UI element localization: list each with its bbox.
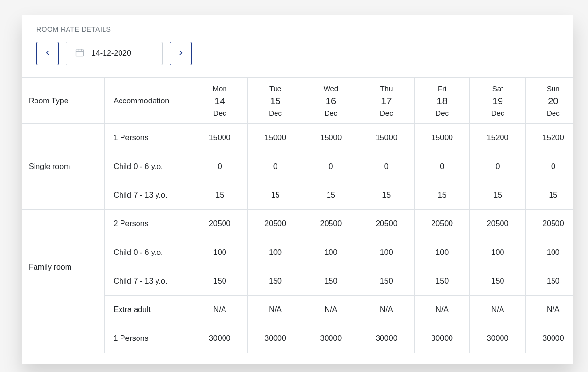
table-row: Child 7 - 13 y.o.15151515151515 bbox=[22, 181, 573, 210]
rate-cell[interactable]: N/A bbox=[247, 296, 303, 324]
rate-cell[interactable]: 15 bbox=[359, 181, 414, 210]
rate-cell[interactable]: 15 bbox=[192, 181, 247, 210]
col-day-0: Mon 14 Dec bbox=[192, 78, 247, 124]
accommodation-cell: Child 7 - 13 y.o. bbox=[104, 267, 192, 296]
table-row: Child 7 - 13 y.o.150150150150150150150 bbox=[22, 267, 573, 296]
rate-cell[interactable]: 20500 bbox=[470, 210, 525, 238]
rate-cell[interactable]: 15 bbox=[525, 181, 573, 210]
date-value: 14-12-2020 bbox=[91, 49, 131, 58]
accommodation-cell: Child 0 - 6 y.o. bbox=[104, 152, 192, 181]
rate-cell[interactable]: 100 bbox=[192, 238, 247, 267]
accommodation-cell: Extra adult bbox=[104, 296, 192, 324]
rate-cell[interactable]: 150 bbox=[247, 267, 303, 296]
rate-cell[interactable]: 100 bbox=[359, 238, 414, 267]
accommodation-cell: 1 Persons bbox=[104, 324, 192, 353]
rate-cell[interactable]: 150 bbox=[525, 267, 573, 296]
rate-cell[interactable]: N/A bbox=[303, 296, 359, 324]
card-title: ROOM RATE DETAILS bbox=[22, 25, 573, 42]
rate-cell[interactable]: 30000 bbox=[192, 324, 247, 353]
col-day-5: Sat 19 Dec bbox=[470, 78, 525, 124]
rate-cell[interactable]: 15200 bbox=[470, 124, 525, 152]
rate-cell[interactable]: 0 bbox=[525, 152, 573, 181]
rate-cell[interactable]: 0 bbox=[192, 152, 247, 181]
rate-cell[interactable]: 100 bbox=[303, 238, 359, 267]
rate-cell[interactable]: 0 bbox=[470, 152, 525, 181]
rate-cell[interactable]: 150 bbox=[192, 267, 247, 296]
table-row: Extra adultN/AN/AN/AN/AN/AN/AN/A bbox=[22, 296, 573, 324]
rate-cell[interactable]: N/A bbox=[359, 296, 414, 324]
rate-cell[interactable]: 15 bbox=[470, 181, 525, 210]
rate-cell[interactable]: 100 bbox=[415, 238, 470, 267]
accommodation-cell: 2 Persons bbox=[104, 210, 192, 238]
rate-cell[interactable]: 30000 bbox=[247, 324, 303, 353]
rate-cell[interactable]: 150 bbox=[470, 267, 525, 296]
rate-table-wrap: Room Type Accommodation Mon 14 Dec Tue 1… bbox=[22, 77, 573, 353]
svg-rect-0 bbox=[76, 50, 84, 56]
header-row: Room Type Accommodation Mon 14 Dec Tue 1… bbox=[22, 78, 573, 124]
room-type-cell bbox=[22, 324, 104, 353]
rate-cell[interactable]: 20500 bbox=[359, 210, 414, 238]
col-day-4: Fri 18 Dec bbox=[415, 78, 470, 124]
rate-cell[interactable]: 100 bbox=[247, 238, 303, 267]
rate-cell[interactable]: 30000 bbox=[359, 324, 414, 353]
rate-cell[interactable]: 15000 bbox=[192, 124, 247, 152]
table-row: Child 0 - 6 y.o.100100100100100100100 bbox=[22, 238, 573, 267]
col-day-6: Sun 20 Dec bbox=[525, 78, 573, 124]
rate-cell[interactable]: 150 bbox=[415, 267, 470, 296]
table-row: 1 Persons3000030000300003000030000300003… bbox=[22, 324, 573, 353]
date-navigation: 14-12-2020 bbox=[22, 42, 573, 65]
next-day-button[interactable] bbox=[170, 42, 192, 65]
rate-cell[interactable]: 30000 bbox=[415, 324, 470, 353]
col-room-type: Room Type bbox=[22, 78, 104, 124]
rate-cell[interactable]: 15 bbox=[247, 181, 303, 210]
table-row: Family room2 Persons20500205002050020500… bbox=[22, 210, 573, 238]
col-day-2: Wed 16 Dec bbox=[303, 78, 359, 124]
rate-cell[interactable]: 15000 bbox=[303, 124, 359, 152]
rate-cell[interactable]: 20500 bbox=[415, 210, 470, 238]
accommodation-cell: 1 Persons bbox=[104, 124, 192, 152]
rate-cell[interactable]: N/A bbox=[415, 296, 470, 324]
rate-cell[interactable]: 0 bbox=[247, 152, 303, 181]
rate-cell[interactable]: 20500 bbox=[192, 210, 247, 238]
accommodation-cell: Child 0 - 6 y.o. bbox=[104, 238, 192, 267]
col-day-1: Tue 15 Dec bbox=[247, 78, 303, 124]
rate-cell[interactable]: 15000 bbox=[247, 124, 303, 152]
rate-cell[interactable]: 20500 bbox=[525, 210, 573, 238]
date-picker[interactable]: 14-12-2020 bbox=[66, 42, 163, 65]
rate-cell[interactable]: 0 bbox=[415, 152, 470, 181]
rate-cell[interactable]: 30000 bbox=[525, 324, 573, 353]
rate-cell[interactable]: 100 bbox=[470, 238, 525, 267]
rate-cell[interactable]: 150 bbox=[359, 267, 414, 296]
rate-cell[interactable]: 15000 bbox=[359, 124, 414, 152]
rate-cell[interactable]: 15000 bbox=[415, 124, 470, 152]
table-row: Child 0 - 6 y.o.0000000 bbox=[22, 152, 573, 181]
rate-table: Room Type Accommodation Mon 14 Dec Tue 1… bbox=[22, 78, 573, 353]
chevron-left-icon bbox=[43, 49, 52, 59]
room-type-cell: Family room bbox=[22, 210, 104, 324]
room-rate-card: ROOM RATE DETAILS 14-12-2020 Room Type A… bbox=[22, 15, 573, 364]
rate-cell[interactable]: N/A bbox=[470, 296, 525, 324]
rate-cell[interactable]: N/A bbox=[192, 296, 247, 324]
rate-cell[interactable]: 20500 bbox=[303, 210, 359, 238]
rate-cell[interactable]: 15200 bbox=[525, 124, 573, 152]
prev-day-button[interactable] bbox=[36, 42, 59, 65]
rate-cell[interactable]: N/A bbox=[525, 296, 573, 324]
rate-cell[interactable]: 30000 bbox=[303, 324, 359, 353]
rate-cell[interactable]: 150 bbox=[303, 267, 359, 296]
calendar-icon bbox=[75, 48, 85, 59]
rate-cell[interactable]: 20500 bbox=[247, 210, 303, 238]
table-row: Single room1 Persons15000150001500015000… bbox=[22, 124, 573, 152]
col-accommodation: Accommodation bbox=[104, 78, 192, 124]
rate-cell[interactable]: 30000 bbox=[470, 324, 525, 353]
rate-cell[interactable]: 0 bbox=[303, 152, 359, 181]
accommodation-cell: Child 7 - 13 y.o. bbox=[104, 181, 192, 210]
rate-cell[interactable]: 15 bbox=[415, 181, 470, 210]
rate-cell[interactable]: 100 bbox=[525, 238, 573, 267]
room-type-cell: Single room bbox=[22, 124, 104, 210]
chevron-right-icon bbox=[176, 49, 185, 59]
rate-cell[interactable]: 15 bbox=[303, 181, 359, 210]
col-day-3: Thu 17 Dec bbox=[359, 78, 414, 124]
rate-cell[interactable]: 0 bbox=[359, 152, 414, 181]
